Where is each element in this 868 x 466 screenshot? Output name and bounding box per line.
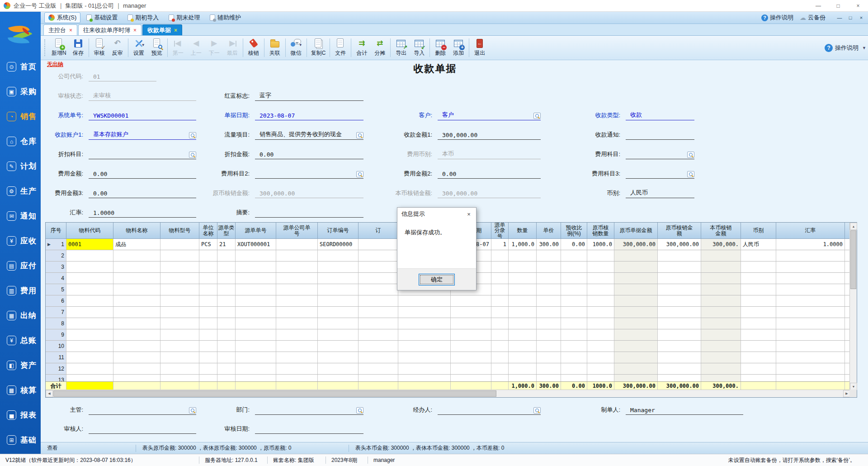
cell[interactable]	[658, 363, 701, 374]
cell[interactable]	[66, 318, 113, 329]
cell[interactable]	[359, 307, 398, 318]
cell[interactable]	[276, 341, 318, 352]
cell[interactable]	[276, 329, 318, 340]
cell[interactable]	[614, 250, 658, 261]
cell[interactable]	[66, 307, 113, 318]
scroll-up-icon[interactable]: ▲	[850, 223, 857, 230]
cell[interactable]: 1,000.0	[509, 239, 537, 250]
cell[interactable]	[776, 307, 845, 318]
cell[interactable]	[160, 363, 199, 374]
cell[interactable]	[236, 250, 276, 261]
cell[interactable]	[658, 341, 701, 352]
cell[interactable]	[359, 318, 398, 329]
cell[interactable]	[113, 363, 160, 374]
cell[interactable]	[741, 352, 776, 363]
writeoff-button[interactable]: 核销	[245, 36, 263, 60]
cell[interactable]	[776, 295, 845, 306]
cell[interactable]	[113, 307, 160, 318]
cell[interactable]	[561, 341, 587, 352]
menu-system[interactable]: 系统(S)	[44, 12, 80, 23]
cell[interactable]	[217, 250, 236, 261]
cell[interactable]	[276, 239, 318, 250]
sidebar-item-purchase[interactable]: ▣采购	[0, 79, 41, 104]
cell[interactable]	[561, 250, 587, 261]
vertical-scrollbar[interactable]: ▲ ▼	[849, 223, 857, 390]
cell[interactable]	[614, 363, 658, 374]
cell[interactable]	[658, 375, 701, 381]
cell[interactable]	[236, 375, 276, 381]
lookup-icon[interactable]	[356, 132, 363, 138]
cell[interactable]	[509, 341, 537, 352]
delete-button[interactable]: −删除	[431, 36, 449, 60]
cell[interactable]	[199, 341, 217, 352]
column-header-14[interactable]: 单价	[537, 223, 561, 238]
column-header-9[interactable]: 订	[359, 223, 398, 238]
cell[interactable]: 21	[217, 239, 236, 250]
tab-receipt-doc[interactable]: 收款单据×	[142, 24, 182, 35]
column-header-16[interactable]: 原币核 销数量	[587, 223, 614, 238]
receipt-amount1-field[interactable]: 300,000.00	[438, 130, 541, 140]
row-indicator-cell[interactable]: 3	[46, 262, 66, 272]
cell[interactable]	[509, 307, 537, 318]
relate-button[interactable]: 关联	[266, 36, 284, 60]
table-row[interactable]: 11	[46, 352, 857, 363]
cell[interactable]	[587, 363, 614, 374]
cell[interactable]	[217, 341, 236, 352]
cell[interactable]	[276, 250, 318, 261]
cell[interactable]	[451, 375, 491, 381]
column-header-15[interactable]: 预收比 例(%)	[561, 223, 587, 238]
cell[interactable]	[776, 318, 845, 329]
cell[interactable]	[509, 250, 537, 261]
cell[interactable]	[614, 262, 658, 272]
wechat-button[interactable]: ▼微信	[287, 36, 305, 60]
menu-initial-import[interactable]: 期初导入	[123, 12, 163, 23]
lookup-icon[interactable]	[687, 171, 694, 177]
cell[interactable]	[491, 295, 509, 306]
table-row[interactable]: 9	[46, 329, 857, 341]
row-indicator-cell[interactable]: 4	[46, 273, 66, 284]
cell[interactable]	[509, 295, 537, 306]
cell[interactable]	[66, 375, 113, 381]
cell[interactable]	[318, 341, 359, 352]
cell[interactable]	[561, 375, 587, 381]
cell[interactable]	[236, 341, 276, 352]
doc-date-field[interactable]: 2023-08-07	[255, 110, 363, 120]
lookup-icon[interactable]	[356, 407, 363, 414]
audit-date-field[interactable]	[255, 424, 363, 434]
scroll-down-icon[interactable]: ▼	[850, 383, 857, 390]
lookup-icon[interactable]	[189, 152, 196, 158]
cell[interactable]	[398, 375, 451, 381]
cell[interactable]	[741, 375, 776, 381]
lookup-icon[interactable]	[356, 171, 363, 177]
cell[interactable]	[160, 239, 199, 250]
dialog-ok-button[interactable]: 确定	[419, 274, 455, 285]
cell[interactable]	[537, 284, 561, 295]
cell[interactable]	[199, 307, 217, 318]
cell[interactable]	[537, 307, 561, 318]
column-header-17[interactable]: 原币单据金额	[614, 223, 658, 238]
minimize-button[interactable]: —	[808, 0, 828, 11]
cell[interactable]	[199, 375, 217, 381]
cell[interactable]	[160, 284, 199, 295]
cell[interactable]	[160, 329, 199, 340]
cell[interactable]	[199, 284, 217, 295]
fee-amount-field[interactable]: 0.00	[89, 169, 196, 179]
fee-account2-field[interactable]	[255, 169, 363, 179]
cell[interactable]	[66, 363, 113, 374]
sidebar-item-payable[interactable]: ▤应付	[0, 253, 41, 278]
table-row[interactable]: 13	[46, 375, 857, 381]
table-row[interactable]: 6	[46, 295, 857, 307]
cell[interactable]	[614, 284, 658, 295]
cell[interactable]	[66, 262, 113, 272]
exchange-rate-field[interactable]: 1.0000	[89, 208, 196, 218]
sidebar-item-accounting[interactable]: ▩核算	[0, 378, 41, 403]
sidebar-item-home[interactable]: ⊙首页	[0, 54, 41, 79]
cell[interactable]	[359, 329, 398, 340]
new-button[interactable]: +新增N	[49, 36, 69, 60]
cell[interactable]	[614, 375, 658, 381]
cell[interactable]	[658, 273, 701, 284]
cell[interactable]	[451, 307, 491, 318]
cell[interactable]	[509, 284, 537, 295]
menu-aux-maintenance[interactable]: 辅助维护	[206, 12, 245, 23]
cell[interactable]	[160, 375, 199, 381]
